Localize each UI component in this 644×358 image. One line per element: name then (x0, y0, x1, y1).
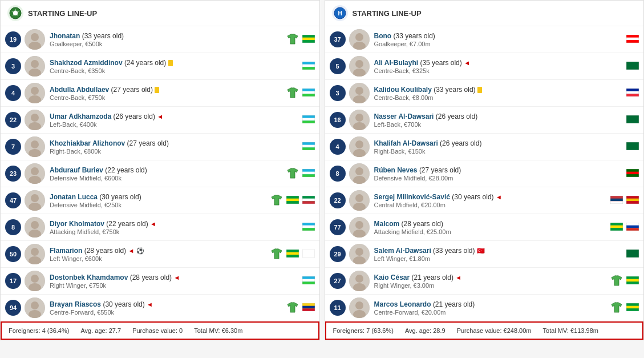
svg-rect-159 (626, 255, 639, 258)
player-name-link[interactable]: Bono (374, 32, 392, 40)
player-name-link[interactable]: Marcos Leonardo (374, 300, 431, 308)
player-name[interactable]: Diyor Kholmatov (22 years old) ◄ (50, 220, 301, 228)
svg-point-133 (355, 194, 363, 202)
svg-rect-78 (302, 279, 315, 281)
player-info: Nasser Al-Dawsari (26 years old)Left-Bac… (374, 112, 626, 128)
player-name-link[interactable]: Sergej Milinković-Savić (374, 193, 450, 201)
player-number: 8 (330, 166, 346, 182)
player-name[interactable]: Bono (33 years old) (374, 32, 626, 40)
right-foreigners: Foreigners: 7 (63.6%) (333, 327, 394, 334)
player-age: (26 years old) (440, 139, 481, 147)
svg-rect-67 (286, 252, 299, 255)
player-name-link[interactable]: Flamarion (50, 247, 82, 255)
yellow-card-icon (168, 60, 173, 66)
player-name-link[interactable]: Jhonatan (50, 32, 80, 40)
player-name[interactable]: Sergej Milinković-Savić (30 years old) ◄ (374, 193, 610, 201)
player-name-link[interactable]: Kaio César (374, 273, 410, 281)
player-row: 8 Diyor Kholmatov (22 years old) ◄Attack… (1, 214, 319, 241)
player-icons-area (301, 276, 315, 286)
svg-point-155 (355, 248, 363, 256)
player-age: (27 years old) (419, 166, 461, 174)
player-name-link[interactable]: Malcom (374, 220, 400, 228)
yellow-card-icon (477, 87, 482, 93)
player-name-link[interactable]: Brayan Riascos (50, 300, 101, 308)
player-name[interactable]: Marcos Leonardo (21 years old) (374, 300, 611, 308)
svg-rect-15 (302, 67, 315, 70)
player-name[interactable]: Khozhiakbar Alizhonov (27 years old) (50, 139, 301, 147)
player-name[interactable]: Abdulla Abdullaev (27 years old) (50, 86, 286, 94)
player-name-link[interactable]: Khozhiakbar Alizhonov (50, 139, 125, 147)
player-name-link[interactable]: Kalidou Koulibaly (374, 86, 432, 94)
flag-es-icon (626, 196, 639, 206)
player-position: Left-Back, €400k (50, 121, 301, 128)
player-position: Left Winger, €600k (50, 255, 270, 262)
player-name-link[interactable]: Ali Al-Bulayhi (374, 59, 419, 67)
player-name[interactable]: Ali Al-Bulayhi (35 years old) ◄ (374, 59, 626, 67)
player-position: Right-Back, €800k (50, 148, 301, 155)
player-row: 37 Bono (33 years old)Goalkeeper, €7.00m (325, 26, 644, 53)
player-name[interactable]: Rúben Neves (27 years old) (374, 166, 626, 174)
right-purchase-value: Purchase value: €248.00m (457, 327, 532, 334)
player-row: 19 Jhonatan (33 years old)Goalkeeper, €5… (1, 26, 319, 53)
flag-it-icon (302, 196, 315, 206)
player-name-link[interactable]: Umar Adkhamzoda (50, 112, 111, 120)
player-name[interactable]: Kaio César (21 years old) ◄ (374, 273, 611, 281)
player-name-link[interactable]: Dostonbek Khamdamov (50, 273, 128, 281)
player-age: (33 years old) (434, 86, 475, 94)
player-name-link[interactable]: Abdurauf Buriev (50, 166, 103, 174)
player-number: 5 (330, 58, 346, 74)
player-name-link[interactable]: Nasser Al-Dawsari (374, 112, 434, 120)
left-team-logo (7, 5, 23, 21)
player-name-link[interactable]: Rúben Neves (374, 166, 418, 174)
player-name[interactable]: Kalidou Koulibaly (33 years old) (374, 86, 626, 94)
svg-rect-28 (302, 118, 315, 120)
player-name[interactable]: Dostonbek Khamdamov (28 years old) ◄ (50, 273, 301, 281)
left-team-panel: STARTING LINE-UP 19 Jhonatan (33 years o… (0, 0, 320, 340)
svg-point-32 (31, 140, 39, 148)
player-avatar (349, 297, 370, 318)
player-name[interactable]: Abdurauf Buriev (22 years old) (50, 166, 286, 174)
player-position: Left Winger, €1.80m (374, 255, 626, 262)
player-name-link[interactable]: Diyor Kholmatov (50, 220, 104, 228)
player-name[interactable]: Nasser Al-Dawsari (26 years old) (374, 112, 626, 120)
svg-rect-94 (626, 37, 639, 40)
player-name-link[interactable]: Shakhzod Azmiddinov (50, 59, 123, 67)
red-indicator-icon: ◄ (455, 274, 461, 281)
player-name[interactable]: Umar Adkhamzoda (26 years old) ◄ (50, 112, 301, 120)
player-icons-area (609, 223, 639, 232)
flag-ru-icon (626, 223, 639, 232)
yellow-card-icon (155, 87, 159, 93)
svg-point-98 (355, 60, 363, 68)
player-name[interactable]: Khalifah Al-Dawsari (26 years old) (374, 139, 626, 147)
player-name-link[interactable]: Khalifah Al-Dawsari (374, 139, 438, 147)
player-position: Centre-Back, €8.00m (374, 94, 626, 101)
left-team-header: STARTING LINE-UP (1, 1, 319, 26)
player-name[interactable]: Jonatan Lucca (30 years old) (50, 193, 270, 201)
player-icons-area (625, 169, 639, 179)
player-row: 77 Malcom (28 years old)Attacking Midfie… (325, 214, 644, 241)
player-number: 22 (330, 192, 346, 208)
player-name-link[interactable]: Jonatan Lucca (50, 193, 98, 201)
svg-rect-8 (302, 40, 315, 43)
player-icons-area (625, 89, 639, 98)
svg-rect-137 (610, 201, 623, 204)
svg-point-82 (31, 301, 39, 309)
player-name[interactable]: Jhonatan (33 years old) (50, 32, 286, 40)
player-name[interactable]: Salem Al-Dawsari (33 years old) 🇹🇷 (374, 247, 626, 255)
player-icons-area (301, 115, 315, 125)
svg-rect-109 (626, 94, 639, 96)
player-name-link[interactable]: Salem Al-Dawsari (374, 247, 431, 255)
svg-rect-29 (302, 120, 315, 123)
shirt-icon (610, 275, 623, 287)
player-row: 50 Flamarion (28 years old) ◄ ⚽Left Wing… (1, 241, 319, 268)
player-position: Centre-Forward, €20.00m (374, 309, 611, 316)
player-name-link[interactable]: Abdulla Abdullaev (50, 86, 109, 94)
player-name[interactable]: Malcom (28 years old) (374, 220, 610, 228)
player-name[interactable]: Shakhzod Azmiddinov (24 years old) (50, 59, 301, 67)
player-age: (35 years old) (420, 59, 461, 67)
player-name[interactable]: Flamarion (28 years old) ◄ ⚽ (50, 247, 270, 255)
player-number: 47 (5, 192, 21, 208)
player-age: (26 years old) (114, 112, 155, 120)
svg-point-64 (31, 248, 39, 256)
player-name[interactable]: Brayan Riascos (30 years old) ◄ (50, 300, 286, 308)
